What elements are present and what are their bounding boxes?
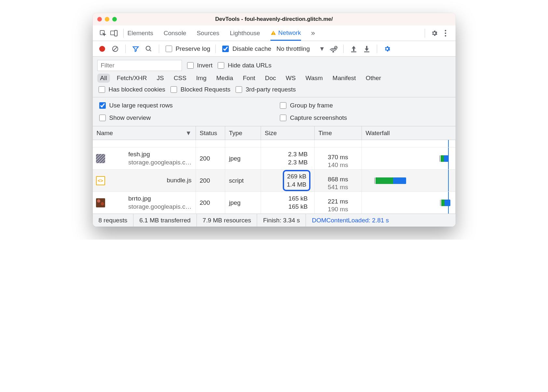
- type-filter-css[interactable]: CSS: [171, 74, 189, 83]
- disable-cache-input[interactable]: [222, 46, 229, 52]
- hide-data-urls-checkbox[interactable]: Hide data URLs: [216, 61, 271, 70]
- group-by-frame-checkbox[interactable]: Group by frame: [279, 101, 360, 110]
- filter-icon[interactable]: [131, 44, 141, 54]
- request-domain: storage.googleapis.c…: [128, 159, 191, 167]
- third-party-checkbox[interactable]: 3rd-party requests: [234, 85, 296, 94]
- preserve-log-checkbox[interactable]: Preserve log: [164, 45, 211, 53]
- network-settings-icon[interactable]: [382, 44, 392, 54]
- svg-rect-15: [351, 51, 356, 52]
- type-filter-font[interactable]: Font: [240, 74, 258, 83]
- svg-point-7: [445, 32, 446, 34]
- col-size[interactable]: Size: [261, 126, 315, 140]
- download-har-icon[interactable]: [362, 44, 372, 54]
- filter-bar: Invert Hide data URLs AllFetch/XHRJSCSSI…: [93, 57, 456, 97]
- network-conditions-icon[interactable]: [328, 44, 338, 54]
- request-domain: storage.googleapis.c…: [128, 203, 191, 211]
- status-resources: 7.9 MB resources: [197, 214, 257, 227]
- col-type[interactable]: Type: [225, 126, 261, 140]
- traffic-lights: [97, 17, 117, 21]
- table-row-partial: [93, 140, 456, 147]
- svg-rect-4: [273, 32, 274, 33]
- table-row[interactable]: <>bundle.js200script269 kB1.4 MB868 ms54…: [93, 169, 456, 191]
- type-filter-fetchxhr[interactable]: Fetch/XHR: [114, 74, 150, 83]
- settings-icon[interactable]: [429, 28, 440, 39]
- show-overview-checkbox[interactable]: Show overview: [98, 114, 274, 122]
- network-toolbar: Preserve log Disable cache No throttling…: [93, 41, 456, 57]
- type-filter-js[interactable]: JS: [154, 74, 167, 83]
- cell-status: 200: [196, 170, 225, 191]
- type-filter-all[interactable]: All: [97, 74, 110, 83]
- status-transferred: 6.1 MB transferred: [133, 214, 197, 227]
- blocked-requests-checkbox[interactable]: Blocked Requests: [169, 85, 230, 94]
- svg-point-11: [146, 46, 150, 50]
- cell-waterfall: [362, 192, 456, 214]
- svg-line-10: [113, 47, 117, 51]
- table-row[interactable]: brrto.jpgstorage.googleapis.c…200jpeg165…: [93, 191, 456, 214]
- throttling-label: No throttling: [277, 45, 310, 52]
- table-row[interactable]: fesh.jpgstorage.googleapis.c…200jpeg2.3 …: [93, 147, 456, 169]
- cell-size: 165 kB165 kB: [286, 193, 310, 212]
- status-bar: 8 requests 6.1 MB transferred 7.9 MB res…: [93, 214, 456, 227]
- upload-har-icon[interactable]: [349, 44, 359, 54]
- cell-size: 2.3 MB2.3 MB: [285, 149, 310, 168]
- status-dcl[interactable]: DOMContentLoaded: 2.81 s: [306, 214, 395, 227]
- throttling-select[interactable]: No throttling ▼: [277, 45, 325, 52]
- tab-elements[interactable]: Elements: [128, 26, 153, 40]
- request-name: brrto.jpg: [128, 195, 191, 203]
- type-filter-media[interactable]: Media: [213, 74, 236, 83]
- inspect-icon[interactable]: [97, 28, 108, 39]
- disable-cache-checkbox[interactable]: Disable cache: [221, 45, 271, 53]
- tab-sources[interactable]: Sources: [197, 26, 219, 40]
- record-button[interactable]: [97, 44, 107, 54]
- status-finish: Finish: 3.34 s: [257, 214, 306, 227]
- use-large-rows-checkbox[interactable]: Use large request rows: [98, 101, 274, 110]
- close-button[interactable]: [97, 17, 102, 21]
- type-filter-other[interactable]: Other: [363, 74, 384, 83]
- type-filter-img[interactable]: Img: [193, 74, 210, 83]
- svg-point-8: [445, 35, 446, 36]
- col-waterfall[interactable]: Waterfall: [362, 126, 456, 140]
- devtools-window: DevTools - foul-heavenly-direction.glitc…: [93, 13, 456, 227]
- cell-time: 221 ms190 ms: [315, 192, 362, 214]
- svg-point-13: [333, 51, 334, 52]
- clear-icon[interactable]: [110, 44, 120, 54]
- invert-checkbox[interactable]: Invert: [186, 61, 213, 70]
- image-thumb: [96, 154, 105, 163]
- type-filters: AllFetch/XHRJSCSSImgMediaFontDocWSWasmMa…: [97, 72, 451, 84]
- col-name[interactable]: Name▼: [93, 126, 196, 140]
- more-tabs-icon[interactable]: »: [308, 28, 319, 39]
- request-name: fesh.jpg: [128, 150, 191, 159]
- cell-type: jpeg: [225, 192, 261, 214]
- cell-time: 868 ms541 ms: [315, 170, 362, 191]
- svg-line-12: [149, 49, 151, 51]
- type-filter-ws[interactable]: WS: [283, 74, 299, 83]
- minimize-button[interactable]: [105, 17, 109, 21]
- tab-lighthouse[interactable]: Lighthouse: [230, 26, 260, 40]
- has-blocked-cookies-checkbox[interactable]: Has blocked cookies: [97, 85, 165, 94]
- type-filter-doc[interactable]: Doc: [262, 74, 279, 83]
- cell-waterfall: [362, 170, 456, 191]
- cell-type: script: [225, 170, 261, 191]
- kebab-menu-icon[interactable]: [440, 28, 451, 39]
- window-title: DevTools - foul-heavenly-direction.glitc…: [93, 16, 456, 22]
- filter-input[interactable]: [97, 60, 182, 71]
- cell-time: 370 ms140 ms: [315, 147, 362, 169]
- sort-desc-icon: ▼: [185, 130, 192, 137]
- device-toggle-icon[interactable]: [108, 28, 119, 39]
- col-time[interactable]: Time: [315, 126, 362, 140]
- capture-screenshots-checkbox[interactable]: Capture screenshots: [279, 114, 360, 122]
- script-icon: <>: [96, 176, 105, 185]
- preserve-log-input[interactable]: [166, 46, 172, 52]
- status-requests: 8 requests: [93, 214, 134, 227]
- cell-waterfall: [362, 147, 456, 169]
- type-filter-wasm[interactable]: Wasm: [303, 74, 326, 83]
- search-icon[interactable]: [144, 44, 154, 54]
- maximize-button[interactable]: [112, 17, 117, 21]
- type-filter-manifest[interactable]: Manifest: [330, 74, 359, 83]
- tab-network[interactable]: Network: [270, 26, 301, 41]
- tab-console[interactable]: Console: [164, 26, 186, 40]
- svg-point-6: [445, 30, 446, 31]
- col-status[interactable]: Status: [196, 126, 225, 140]
- table-header: Name▼ Status Type Size Time Waterfall: [93, 126, 456, 140]
- request-name: bundle.js: [167, 176, 191, 185]
